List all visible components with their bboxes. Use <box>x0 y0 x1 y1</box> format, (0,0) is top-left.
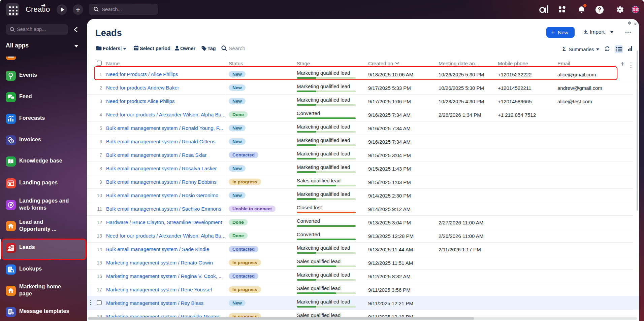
svg-text:$: $ <box>11 140 12 143</box>
